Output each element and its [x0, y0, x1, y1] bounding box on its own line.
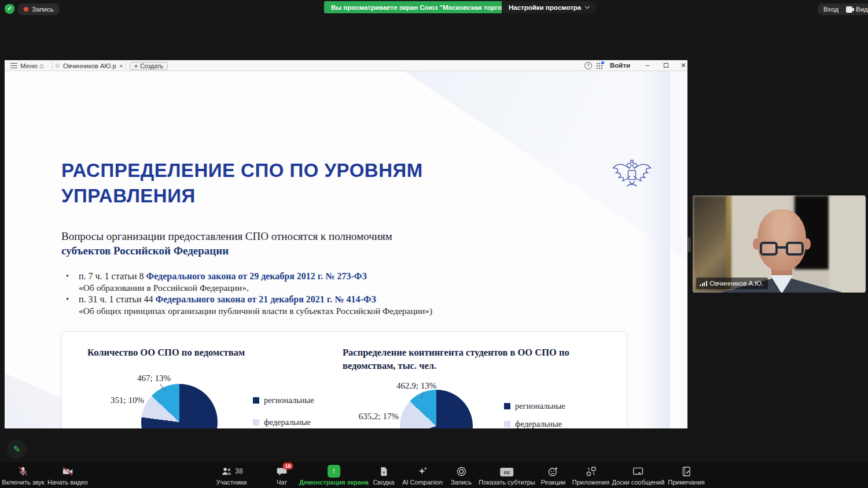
unmute-button[interactable]: Включить звук	[2, 465, 44, 486]
intro-bold-text: субъектов Российской Федерации	[61, 245, 229, 257]
create-button[interactable]: + Создать	[130, 62, 168, 70]
charts-card: Количество ОО СПО по ведомствам Распреде…	[61, 331, 627, 428]
tab-title: Овчинников АЮ.pdf	[63, 62, 116, 69]
record-button[interactable]: Запись	[451, 465, 472, 486]
smiley-plus-icon	[541, 465, 566, 478]
pdf-viewer-window: Меню ⌂ ☆ Овчинников АЮ.pdf × + Создать ?…	[5, 60, 687, 428]
chat-unread-badge: 16	[283, 463, 293, 469]
slide-background-shape	[641, 71, 670, 428]
whiteboards-button[interactable]: Доски сообщений	[612, 465, 665, 486]
ai-companion-button[interactable]: AI Companion	[402, 465, 443, 486]
tab-close-icon[interactable]: ×	[119, 62, 123, 69]
pie1-slice-label: 2754; 77%	[178, 427, 215, 428]
meeting-controls-bar: Включить звук Начать видео 38 Участники …	[0, 463, 868, 488]
participant-video-tile[interactable]: Овчинников А.Ю.	[693, 195, 866, 293]
pdf-home-button[interactable]: ⌂	[39, 61, 49, 70]
cc-icon: cc	[501, 468, 514, 476]
pie1-slice-label: 351; 10%	[108, 395, 144, 405]
pie-chart-students	[400, 390, 473, 428]
hamburger-icon	[10, 63, 17, 68]
pie1-legend: региональные федеральные частные	[253, 395, 314, 428]
recording-indicator: Запись	[18, 3, 60, 15]
window-close-button[interactable]: ✕	[675, 60, 692, 71]
pdf-toolbar: Меню ⌂ ☆ Овчинников АЮ.pdf × + Создать ?…	[5, 60, 687, 71]
slide-title: РАСПРЕДЕЛЕНИЕ СПО ПО УРОВНЯМ УПРАВЛЕНИЯ	[61, 158, 472, 209]
bullet-item: • п. 31 ч. 1 статьи 44 Федерального зако…	[61, 294, 524, 316]
sparkle-icon	[402, 465, 443, 478]
pie2-legend: региональные федеральные Частные организ…	[504, 401, 571, 428]
presentation-slide: РАСПРЕДЕЛЕНИЕ СПО ПО УРОВНЯМ УПРАВЛЕНИЯ …	[5, 71, 687, 428]
recording-label: Запись	[32, 6, 54, 13]
pie2-title: Распределение контингента студентов в ОО…	[343, 346, 574, 372]
notes-icon	[668, 465, 705, 478]
pdf-menu-button[interactable]: Меню	[10, 60, 38, 71]
camera-off-icon	[47, 465, 88, 478]
record-circle-icon	[451, 465, 472, 478]
share-screen-icon: ↑	[328, 465, 340, 478]
pie1-slice-label: 467; 13%	[137, 374, 171, 383]
apps-button[interactable]: Приложения	[572, 465, 609, 486]
participants-button[interactable]: 38 Участники	[216, 465, 247, 486]
toolbar-separator	[126, 62, 126, 69]
pie1-title: Количество ОО СПО по ведомствам	[87, 347, 245, 358]
notes-button[interactable]: Примечания	[668, 465, 705, 486]
pdf-sign-in-button[interactable]: Войти	[610, 62, 630, 69]
recording-dot-icon	[24, 7, 28, 12]
apps-grid-icon[interactable]	[596, 62, 603, 69]
star-icon[interactable]: ☆	[54, 62, 60, 69]
pdf-document-tab[interactable]: ☆ Овчинников АЮ.pdf ×	[54, 60, 125, 71]
view-layout-icon	[846, 6, 852, 13]
plus-icon: +	[134, 62, 138, 69]
microphone-muted-icon	[2, 465, 44, 478]
participants-count: 38	[235, 467, 242, 475]
whiteboard-icon	[612, 465, 665, 478]
slide-intro-text: Вопросы организации предоставления СПО о…	[61, 229, 513, 258]
view-mode-button[interactable]: Вид	[840, 3, 868, 15]
zoom-meeting-window: ✓ Запись Вы просматриваете экран Союз "М…	[0, 0, 868, 488]
help-icon[interactable]: ?	[584, 62, 592, 69]
view-settings-dropdown[interactable]: Настройки просмотра	[502, 1, 596, 13]
pie2-slice-label: 635,2; 17%	[352, 412, 399, 422]
summary-button[interactable]: Сводка	[373, 465, 394, 486]
chat-icon: 16	[276, 465, 288, 478]
chat-button[interactable]: 16 Чат	[276, 465, 288, 486]
meeting-top-bar: ✓ Запись Вы просматриваете экран Союз "М…	[0, 0, 868, 17]
reactions-button[interactable]: Реакции	[541, 465, 566, 486]
share-screen-button[interactable]: ↑ Демонстрация экрана	[299, 465, 369, 486]
ministry-eagle-emblem	[611, 156, 653, 193]
security-shield-icon[interactable]: ✓	[5, 4, 14, 14]
person-glasses	[760, 242, 804, 257]
window-minimize-button[interactable]: –	[639, 60, 656, 71]
annotate-pencil-button[interactable]: ✎	[7, 439, 27, 459]
captions-button[interactable]: cc Показать субтитры	[479, 465, 535, 486]
background-wall	[829, 195, 866, 293]
audio-signal-icon	[700, 280, 707, 286]
pie2-slice-label: 462,9; 13%	[396, 381, 436, 391]
video-panel-drag-handle[interactable]	[688, 237, 690, 252]
person-head	[757, 209, 806, 271]
notification-dot	[601, 61, 604, 64]
window-maximize-button[interactable]	[657, 60, 675, 71]
apps-icon	[572, 465, 609, 478]
participant-name-label: Овчинников А.Ю.	[696, 278, 768, 289]
toolbar-separator	[52, 62, 53, 69]
summary-doc-icon	[373, 465, 394, 478]
pie-chart-oo-spo	[141, 384, 218, 428]
bullet-item: • п. 7 ч. 1 статьи 8 Федерального закона…	[61, 271, 524, 293]
chevron-down-icon	[585, 4, 590, 9]
start-video-button[interactable]: Начать видео	[47, 465, 88, 486]
participants-icon: 38	[216, 465, 247, 478]
